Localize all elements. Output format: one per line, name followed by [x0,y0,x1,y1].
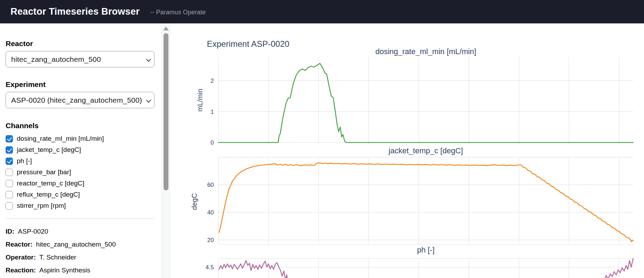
ph-line [219,258,633,278]
y-tick-label: 60 [207,182,214,188]
jacket_temp_c-line [219,163,633,242]
app-window: Reactor Timeseries Browser -- Paramus Op… [0,0,644,278]
chart-title-ph: ph [-] [218,246,633,255]
y-tick-label: 1 [211,109,214,115]
chart-jacket_temp_c: 204060 [207,157,633,244]
charts-canvas[interactable]: 0122040604.5 [0,0,644,278]
y-tick-label: 40 [207,209,214,216]
y-tick-label: 2 [211,78,214,84]
y-tick-label: 4.5 [205,264,214,271]
chart-dosing_rate_ml_min: 012 [211,57,633,146]
y-tick-label: 0 [211,139,214,146]
chart-title-jacket-temp: jacket_temp_c [degC] [218,146,633,155]
chart-title-dosing-rate: dosing_rate_ml_min [mL/min] [218,47,633,56]
y-axis-label-ml-min: mL/min [196,89,204,112]
dosing_rate_ml_min-line [218,63,633,142]
y-tick-label: 20 [207,237,214,243]
chart-ph: 4.5 [205,258,633,278]
y-axis-label-degc: degC [190,193,198,210]
